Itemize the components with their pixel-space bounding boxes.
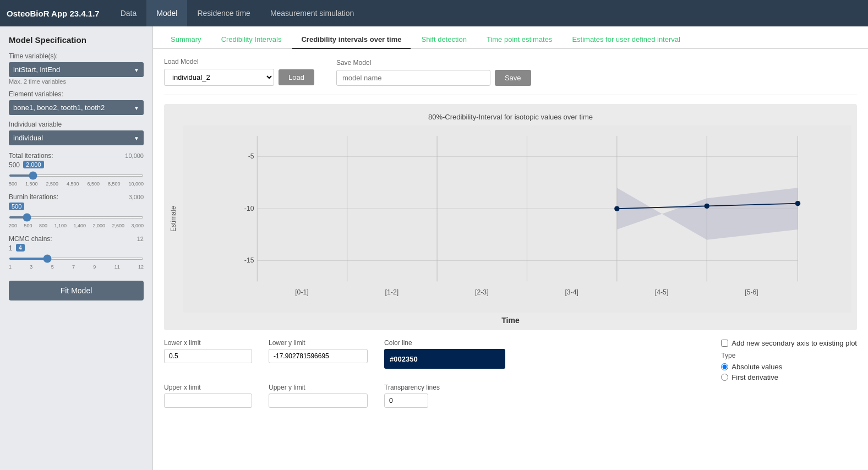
total-iterations-ticks: 500 1,500 2,500 4,500 6,500 8,500 10,000 [9,181,144,187]
mcmc-chains-slider[interactable] [9,258,144,260]
upper-x-group: Upper x limit [164,384,252,408]
upper-x-label: Upper x limit [164,384,252,391]
save-model-input[interactable] [336,70,490,86]
radio-absolute: Absolute values [721,363,857,371]
right-controls: Add new secondary axis to existing plot … [721,339,857,381]
element-variable-select-wrapper[interactable]: bone1, bone2, tooth1, tooth2 [9,100,144,115]
tab-time-point-estimates[interactable]: Time point estimates [478,31,561,49]
type-radio-group: Type Absolute values First derivative [721,352,857,381]
controls-row: Lower x limit Lower y limit Color line #… [164,339,857,381]
divider [164,95,857,95]
app-title: OsteoBioR App 23.4.1.7 [7,9,100,18]
tab-user-defined-interval[interactable]: Estimates for user defined interval [563,31,689,49]
chart-svg: -5 -10 -15 [0-1] [183,125,851,313]
credibility-band [617,188,798,239]
radio-absolute-values[interactable] [721,363,728,370]
tab-shift-detection[interactable]: Shift detection [413,31,476,49]
burnin-iterations-max: 3,000 [128,194,144,200]
load-button[interactable]: Load [279,69,314,85]
time-variable-hint: Max. 2 time variables [9,78,144,85]
nav-measurement-simulation[interactable]: Measurement simulation [260,0,364,26]
lower-x-group: Lower x limit [164,339,252,363]
lower-y-group: Lower y limit [269,339,368,363]
svg-text:[5-6]: [5-6] [745,288,758,296]
add-axis-label: Add new secondary axis to existing plot [731,339,857,347]
burnin-iterations-label: Burnin iterations: [9,193,58,201]
chart-container: 80%-Credibility-Interval for isotopic va… [164,104,857,330]
radio-first-derivative-input[interactable] [721,374,728,381]
radio-first-derivative-label: First derivative [731,373,778,381]
data-point-1 [614,206,619,211]
content-body: Load Model individual_2 Load Save Model … [153,49,868,417]
load-model-label: Load Model [164,58,314,65]
lower-x-input[interactable] [164,349,252,363]
total-iterations-slider[interactable] [9,174,144,177]
top-navigation: OsteoBioR App 23.4.1.7 Data Model Reside… [0,0,868,26]
total-iterations-min-label: 500 [9,161,20,169]
sidebar-heading: Model Specification [9,35,144,45]
load-save-row: Load Model individual_2 Load Save Model … [164,58,857,86]
nav-model[interactable]: Model [146,0,187,26]
controls-row-2: Upper x limit Upper y limit Transparency… [164,384,857,408]
transparency-label: Transparency lines [384,384,440,391]
color-swatch[interactable]: #002350 [384,349,505,369]
upper-y-input[interactable] [269,394,368,408]
load-controls: individual_2 Load [164,69,314,86]
nav-residence-time[interactable]: Residence time [187,0,260,26]
save-section: Save Model Save [336,59,531,86]
upper-y-label: Upper y limit [269,384,368,391]
lower-y-input[interactable] [269,349,368,363]
lower-x-label: Lower x limit [164,339,252,347]
svg-text:[2-3]: [2-3] [475,288,489,296]
total-iterations-section: Total iterations: 10,000 500 2,000 500 1… [9,152,144,187]
type-label: Type [721,352,857,359]
tab-summary[interactable]: Summary [162,31,210,49]
chart-y-label: Estimate [170,125,179,313]
total-iterations-track[interactable] [9,171,144,181]
element-variable-select[interactable]: bone1, bone2, tooth1, tooth2 [9,100,144,115]
svg-text:-10: -10 [244,205,254,212]
load-section: Load Model individual_2 Load [164,58,314,86]
svg-text:-15: -15 [244,256,254,264]
upper-x-input[interactable] [164,394,252,408]
tab-credibility-over-time[interactable]: Credibility intervals over time [292,31,410,49]
radio-first-derivative: First derivative [721,373,857,381]
burnin-iterations-ticks: 200 500 800 1,100 1,400 2,000 2,600 3,00… [9,223,144,228]
time-variable-select-wrapper[interactable]: intStart, intEnd [9,62,144,77]
nav-data[interactable]: Data [111,0,147,26]
individual-variable-label: Individual variable [9,121,144,128]
mcmc-chains-label: MCMC chains: [9,235,52,243]
svg-text:[3-4]: [3-4] [565,288,578,296]
transparency-input[interactable] [384,394,428,408]
save-button[interactable]: Save [495,70,531,86]
chart-x-label: Time [170,316,851,325]
burnin-iterations-track[interactable] [9,212,144,222]
color-swatch-text: #002350 [390,355,418,363]
save-model-label: Save Model [336,59,531,67]
mcmc-chains-value: 4 [16,244,25,252]
fit-model-button[interactable]: Fit Model [9,281,144,300]
sidebar: Model Specification Time variable(s): in… [0,26,153,470]
chart-title: 80%-Credibility-Interval for isotopic va… [170,113,851,121]
burnin-iterations-slider[interactable] [9,216,144,218]
add-axis-checkbox[interactable] [721,340,728,347]
tab-credibility-intervals[interactable]: Credibility Intervals [212,31,291,49]
radio-absolute-label: Absolute values [731,363,782,371]
individual-variable-select[interactable]: individual [9,130,144,145]
color-line-group: Color line #002350 [384,339,505,369]
total-iterations-value: 2,000 [23,161,44,168]
individual-variable-select-wrapper[interactable]: individual [9,130,144,145]
main-layout: Model Specification Time variable(s): in… [0,26,868,470]
add-axis-row: Add new secondary axis to existing plot [721,339,857,347]
color-line-label: Color line [384,339,505,347]
svg-text:[4-5]: [4-5] [655,288,669,296]
mcmc-chains-track[interactable] [9,254,144,264]
load-model-select[interactable]: individual_2 [164,69,274,86]
total-iterations-label: Total iterations: [9,152,53,160]
mcmc-chains-ticks: 1 3 5 7 9 11 12 [9,264,144,270]
time-variable-select[interactable]: intStart, intEnd [9,62,144,77]
time-variable-label: Time variable(s): [9,52,144,60]
upper-y-group: Upper y limit [269,384,368,408]
svg-text:-5: -5 [248,152,254,160]
burnin-iterations-value: 500 [9,203,24,210]
